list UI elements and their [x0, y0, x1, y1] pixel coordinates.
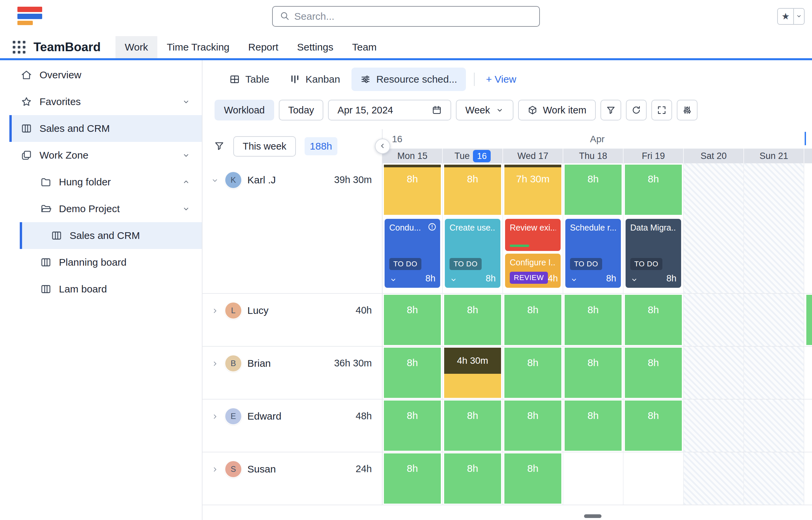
nav-tabs: WorkTime TrackingReportSettingsTeam: [116, 36, 386, 58]
workload-hours: 8h: [648, 304, 659, 316]
timeline-edge-marker: [805, 132, 806, 145]
task-card[interactable]: Data Migra...TO DO8h: [626, 219, 681, 288]
chevron-down-icon[interactable]: [450, 276, 458, 284]
view-tab-kanban[interactable]: Kanban: [281, 68, 349, 91]
workload-bar[interactable]: 8h: [504, 295, 561, 345]
resource-row-karl-j: KKarl .J39h 30m8hCondu...TO DO8h8hCreate…: [203, 163, 812, 294]
chevron-down-icon[interactable]: [389, 276, 397, 284]
date-picker[interactable]: Apr 15, 2024: [328, 100, 451, 121]
sidebar-item-planning-board[interactable]: Planning board: [0, 249, 202, 276]
apps-grid-button[interactable]: [10, 38, 28, 56]
task-card[interactable]: Review exi...: [505, 219, 561, 251]
workload-bar[interactable]: 7h 30m: [504, 165, 561, 215]
workload-bar[interactable]: 8h: [504, 400, 561, 451]
nav-tab-team[interactable]: Team: [343, 36, 386, 58]
resource-name: Brian: [247, 358, 271, 369]
filter-button[interactable]: [601, 100, 621, 121]
workload-bar[interactable]: 8h: [625, 400, 682, 451]
day-cell-sat: [684, 347, 744, 399]
board-icon: [40, 283, 52, 295]
collapse-row-chevron[interactable]: [210, 176, 219, 185]
day-cell-mon: 8hCondu...TO DO8h: [383, 163, 443, 293]
add-view-button[interactable]: + View: [483, 74, 519, 85]
day-cell-sun: [744, 294, 804, 346]
view-tab-table[interactable]: Table: [221, 68, 278, 91]
sidebar-item-lam-board[interactable]: Lam board: [0, 276, 202, 303]
workload-bar[interactable]: 8h: [444, 453, 501, 503]
day-header-overflow: [804, 149, 812, 163]
nav-tab-report[interactable]: Report: [239, 36, 288, 58]
refresh-button[interactable]: [626, 100, 646, 121]
workload-bar[interactable]: 8h: [565, 165, 621, 215]
horizontal-scrollbar-thumb[interactable]: [584, 514, 602, 518]
workload-bar[interactable]: 8h: [384, 348, 441, 398]
task-card[interactable]: Condu...TO DO8h: [385, 219, 440, 288]
workload-bar[interactable]: 8h: [565, 295, 621, 345]
workload-bar[interactable]: 8h: [444, 295, 501, 345]
workload-bar[interactable]: 8h: [384, 453, 441, 503]
task-card[interactable]: Create use...TO DO8h: [445, 219, 500, 288]
sidebar-item-demo-project[interactable]: Demo Project: [0, 196, 202, 222]
workload-bar[interactable]: 8h: [384, 295, 441, 345]
expand-row-chevron[interactable]: [210, 359, 219, 368]
nav-tab-settings[interactable]: Settings: [288, 36, 343, 58]
expand-row-chevron[interactable]: [210, 412, 219, 421]
chevron-up-icon[interactable]: [182, 178, 191, 186]
workload-bar[interactable]: 8h: [625, 165, 682, 215]
search-input[interactable]: [294, 11, 533, 22]
workload-bar[interactable]: 8h: [565, 400, 621, 451]
workload-button[interactable]: Workload: [214, 100, 274, 121]
panel-filter-button[interactable]: [214, 140, 225, 152]
sliders-icon: [682, 105, 692, 115]
workload-bar[interactable]: 8h: [504, 348, 561, 398]
workload-hours: 8h: [527, 304, 538, 316]
view-tab-resource-sched[interactable]: Resource sched...: [351, 68, 466, 91]
accent-divider: [0, 58, 812, 60]
workload-bar[interactable]: 8h: [384, 165, 441, 215]
task-card[interactable]: Configure I...REVIEW4h: [505, 254, 561, 288]
sidebar-item-label: Overview: [40, 69, 81, 81]
sidebar-item-sales-and-crm[interactable]: Sales and CRM: [20, 222, 202, 249]
task-card[interactable]: Schedule r...TO DO8h: [565, 219, 621, 288]
expand-row-chevron[interactable]: [210, 465, 219, 474]
today-button[interactable]: Today: [279, 100, 323, 121]
chevron-down-icon[interactable]: [182, 151, 191, 160]
collapse-panel-button[interactable]: [375, 138, 390, 154]
workload-bar-split[interactable]: 4h 30m: [444, 348, 501, 398]
sidebar-item-work-zone[interactable]: Work Zone: [0, 142, 202, 168]
fullscreen-button[interactable]: [651, 100, 672, 121]
range-select[interactable]: Week: [456, 100, 513, 121]
apps-grid-icon: [13, 41, 25, 54]
workload-bar[interactable]: 8h: [565, 348, 621, 398]
nav-tab-work[interactable]: Work: [116, 36, 157, 58]
workload-hours: 8h: [407, 463, 418, 474]
resource-row-edward: EEdward48h8h8h8h8h8h: [203, 399, 812, 452]
workload-bar[interactable]: 8h: [625, 295, 682, 345]
workload-bar[interactable]: 8h: [444, 400, 501, 451]
workload-bar[interactable]: 8h: [384, 400, 441, 451]
favorite-star-button[interactable]: ★: [778, 9, 794, 24]
chevron-down-icon[interactable]: [182, 204, 191, 213]
task-title: Data Migra...: [630, 223, 677, 233]
board-icon: [40, 257, 52, 268]
home-icon: [21, 69, 32, 81]
resource-total-hours: 48h: [356, 411, 372, 422]
workload-bar[interactable]: 8h: [504, 453, 561, 503]
week-filter-chip[interactable]: This week: [233, 136, 296, 157]
sidebar-item-favorites[interactable]: Favorites: [0, 88, 202, 115]
settings-button[interactable]: [677, 100, 697, 121]
workload-bar[interactable]: 8h: [444, 165, 501, 215]
chevron-down-icon[interactable]: [182, 97, 191, 106]
sidebar-item-sales-and-crm[interactable]: Sales and CRM: [9, 115, 202, 142]
work-item-button[interactable]: Work item: [518, 100, 596, 121]
sidebar-item-hung-folder[interactable]: Hung folder: [0, 168, 202, 196]
folder-open-icon: [40, 203, 52, 214]
workload-bar[interactable]: 8h: [625, 348, 682, 398]
timeline-overflow-cell: [804, 399, 812, 452]
favorite-caret-button[interactable]: [794, 9, 804, 24]
expand-row-chevron[interactable]: [210, 307, 219, 315]
nav-tab-time-tracking[interactable]: Time Tracking: [157, 36, 239, 58]
chevron-down-icon[interactable]: [630, 276, 638, 284]
sidebar-item-overview[interactable]: Overview: [0, 61, 202, 88]
chevron-down-icon[interactable]: [570, 276, 578, 284]
